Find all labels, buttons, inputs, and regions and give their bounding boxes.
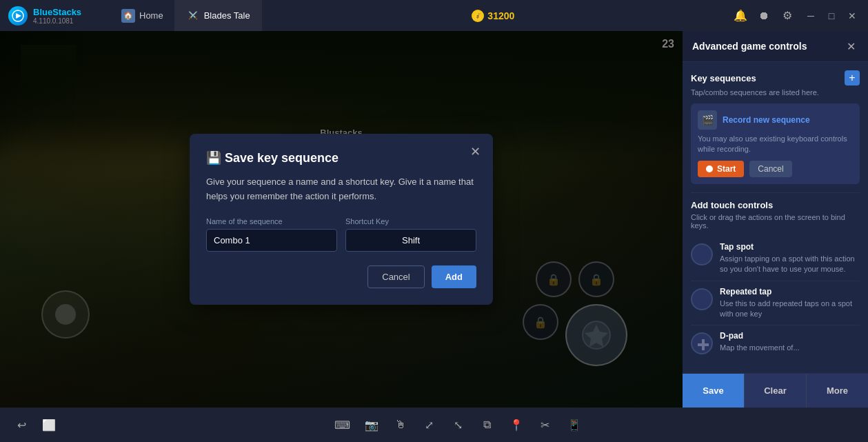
modal-add-button[interactable]: Add (432, 265, 476, 288)
dpad-info: D-pad Map the movement of... (720, 331, 860, 353)
modal-close-button[interactable]: ✕ (467, 143, 483, 160)
keyboard-icon[interactable]: ⌨ (332, 414, 353, 435)
window-controls: ─ □ ✕ (803, 8, 860, 23)
coins-value: 31200 (487, 10, 514, 21)
home-nav-button[interactable]: ⬜ (39, 414, 59, 435)
save-button[interactable]: Save (683, 374, 744, 408)
coin-icon: 💰 (472, 10, 484, 22)
record-sequence-icon: 🎬 (698, 110, 717, 130)
key-sequences-header: Key sequences + (691, 70, 860, 86)
more-button[interactable]: More (807, 374, 868, 408)
app-branding: BlueStacks 4.110.0.1081 (0, 6, 110, 26)
brand-name: BlueStacks (33, 7, 81, 17)
dpad-desc: Map the movement of... (720, 343, 860, 353)
clear-button[interactable]: Clear (744, 374, 807, 408)
game-icon: ⚔️ (186, 9, 200, 23)
repeated-tap-desc: Use this to add repeated taps on a spot … (720, 299, 860, 320)
title-bar-right: 🔔 ⏺ ⚙ ─ □ ✕ (725, 8, 868, 23)
repeated-tap-name: Repeated tap (720, 287, 860, 297)
record-box-header: 🎬 Record new sequence (698, 110, 853, 130)
record-sequence-desc: You may also use existing keyboard contr… (698, 134, 853, 155)
modal-description: Give your sequence a name and a shortcut… (206, 175, 476, 204)
repeated-tap-info: Repeated tap Use this to add repeated ta… (720, 287, 860, 320)
settings-icon[interactable]: ⚙ (780, 8, 795, 23)
svg-marker-1 (16, 13, 21, 19)
repeated-tap-item: Repeated tap Use this to add repeated ta… (691, 281, 860, 326)
copy-icon[interactable]: ⧉ (477, 414, 498, 435)
tabs-container: 🏠 Home ⚔️ Blades Tale (110, 0, 262, 31)
section-divider (691, 192, 860, 193)
brand-text: BlueStacks 4.110.0.1081 (33, 7, 81, 25)
screenshot-icon[interactable]: 📷 (361, 414, 382, 435)
maximize-button[interactable]: □ (824, 8, 839, 23)
record-dot (706, 165, 713, 172)
record-icon[interactable]: ⏺ (756, 8, 771, 23)
tab-home-label: Home (139, 10, 163, 21)
notification-icon[interactable]: 🔔 (733, 8, 748, 23)
location-icon[interactable]: 📍 (506, 414, 527, 435)
modal-cancel-button[interactable]: Cancel (367, 265, 424, 288)
modal-actions: Cancel Add (206, 265, 476, 288)
record-sequence-title[interactable]: Record new sequence (723, 115, 810, 125)
name-field-label: Name of the sequence (206, 217, 337, 225)
resize2-icon[interactable]: ⤡ (448, 414, 469, 435)
panel-close-button[interactable]: ✕ (843, 39, 858, 54)
bluestacks-logo (8, 6, 28, 26)
touch-controls-desc: Click or drag the actions on the screen … (691, 213, 860, 230)
cancel-recording-button[interactable]: Cancel (749, 161, 791, 177)
minimize-button[interactable]: ─ (803, 8, 818, 23)
shortcut-field-group: Shortcut Key (345, 217, 476, 252)
touch-controls-title: Add touch controls (691, 200, 860, 210)
name-field-group: Name of the sequence (206, 217, 337, 252)
record-actions: Start Cancel (698, 161, 853, 177)
modal-title: 💾 Save key sequence (206, 150, 476, 165)
dpad-name: D-pad (720, 331, 860, 341)
title-bar: BlueStacks 4.110.0.1081 🏠 Home ⚔️ Blades… (0, 0, 868, 31)
resize-icon[interactable]: ⤢ (419, 414, 440, 435)
coins-display: 💰 31200 (472, 10, 514, 22)
start-label: Start (717, 164, 736, 174)
panel-footer: Save Clear More (683, 373, 868, 408)
start-recording-button[interactable]: Start (698, 161, 744, 177)
bottom-center: ⌨ 📷 🖱 ⤢ ⤡ ⧉ 📍 ✂ 📱 (332, 414, 585, 435)
tap-spot-toggle[interactable] (691, 243, 713, 265)
add-sequence-button[interactable]: + (845, 70, 860, 86)
brand-version: 4.110.0.1081 (33, 17, 81, 25)
tap-spot-info: Tap spot Assign tapping on a spot with t… (720, 242, 860, 275)
title-bar-center: 💰 31200 (262, 10, 725, 22)
dpad-item: D-pad Map the movement of... (691, 325, 860, 360)
mobile-icon[interactable]: 📱 (564, 414, 585, 435)
key-sequences-desc: Tap/combo sequences are listed here. (691, 88, 860, 97)
key-sequences-title: Key sequences (691, 73, 756, 83)
panel-title: Advanced game controls (692, 41, 807, 52)
tab-home[interactable]: 🏠 Home (110, 0, 175, 31)
tab-blades-tale-label: Blades Tale (204, 10, 250, 21)
back-button[interactable]: ↩ (11, 414, 32, 435)
shortcut-field-label: Shortcut Key (345, 217, 476, 225)
modal-overlay: 💾 Save key sequence ✕ Give your sequence… (0, 31, 683, 408)
scissors-icon[interactable]: ✂ (535, 414, 556, 435)
tap-spot-name: Tap spot (720, 242, 860, 252)
save-sequence-modal: 💾 Save key sequence ✕ Give your sequence… (190, 134, 493, 305)
mouse-icon[interactable]: 🖱 (390, 414, 411, 435)
bottom-left: ↩ ⬜ (11, 414, 59, 435)
tap-spot-item: Tap spot Assign tapping on a spot with t… (691, 237, 860, 281)
game-area: 23 Blustacks 🔒 🔒 (0, 31, 683, 408)
home-icon: 🏠 (121, 9, 135, 23)
repeated-tap-toggle[interactable] (691, 288, 713, 310)
tap-spot-desc: Assign tapping on a spot with this actio… (720, 254, 860, 275)
modal-fields: Name of the sequence Shortcut Key (206, 217, 476, 252)
panel-header: Advanced game controls ✕ (683, 31, 868, 62)
shortcut-key-input[interactable] (345, 229, 476, 252)
right-panel: Advanced game controls ✕ Key sequences +… (683, 31, 868, 408)
tab-blades-tale[interactable]: ⚔️ Blades Tale (175, 0, 262, 31)
record-sequence-box: 🎬 Record new sequence You may also use e… (691, 103, 860, 184)
panel-content: Key sequences + Tap/combo sequences are … (683, 62, 868, 373)
sequence-name-input[interactable] (206, 229, 337, 252)
dpad-toggle[interactable] (691, 332, 713, 354)
bottom-bar: ↩ ⬜ ⌨ 📷 🖱 ⤢ ⤡ ⧉ 📍 ✂ 📱 (0, 408, 868, 442)
close-button[interactable]: ✕ (845, 8, 860, 23)
main-area: 23 Blustacks 🔒 🔒 (0, 31, 868, 408)
